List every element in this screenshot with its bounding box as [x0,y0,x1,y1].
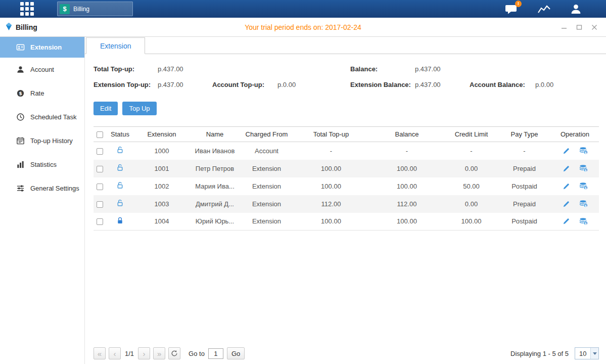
edit-pencil-icon[interactable] [563,165,570,172]
header-operation: Operation [551,127,599,142]
header-balance: Balance [369,127,445,142]
row-checkbox[interactable] [97,148,103,155]
table-row: 1003 Дмитрий Д... Extension 112.00 112.0… [94,195,599,213]
extension-balance-value: p.437.00 [415,81,470,88]
sidebar-item-general-settings[interactable]: General Settings [0,176,84,200]
topup-coins-icon[interactable]: $ [579,182,588,190]
window-title: Billing [16,23,37,31]
chevron-down-icon [590,348,598,359]
topup-coins-icon[interactable]: $ [579,164,588,172]
sidebar-item-topup-history[interactable]: Top-up History [0,129,84,153]
notification-badge: ! [515,1,522,7]
tab-extension[interactable]: Extension [86,37,145,54]
cell-pay-type: Prepaid [498,160,551,177]
cell-charged-from: Extension [240,177,293,195]
billing-app-icon [5,23,13,32]
cell-extension: 1001 [134,160,190,177]
extension-table: Status Extension Name Charged From Total… [94,126,599,231]
row-checkbox[interactable] [97,201,103,208]
resource-monitor-icon[interactable] [537,4,551,14]
sidebar-item-label: Extension [30,43,62,51]
refresh-button[interactable] [168,347,180,359]
billing-app-window: $ Billing ! Billing Your trial period en… [0,0,606,364]
cell-name: Дмитрий Д... [190,195,240,213]
topup-coins-icon[interactable]: $ [579,147,588,155]
sidebar-item-extension[interactable]: Extension [0,37,84,58]
cell-extension: 1003 [134,195,190,213]
cell-extension: 1002 [134,177,190,195]
pagination-bar: « ‹ 1/1 › » Go to Go Displaying 1 - 5 of… [94,347,599,359]
edit-pencil-icon[interactable] [563,200,570,208]
edit-pencil-icon[interactable] [563,183,570,190]
edit-pencil-icon[interactable] [563,147,570,155]
apps-grid-icon[interactable] [20,2,34,16]
cell-credit-limit: 50.00 [445,177,498,195]
main-panel: Extension Total Top-up: p.437.00 Balance… [85,37,606,364]
notifications-chat-icon[interactable]: ! [505,4,518,15]
first-page-button[interactable]: « [94,347,106,359]
cell-balance: 100.00 [369,160,445,177]
header-pay-type: Pay Type [498,127,551,142]
desktop-topbar: $ Billing ! [0,0,606,18]
cell-pay-type: Postpaid [498,177,551,195]
sidebar-item-statistics[interactable]: Statistics [0,153,84,176]
taskbar-tab-label: Billing [73,6,89,13]
sidebar-item-label: Statistics [30,161,57,168]
account-balance-label: Account Balance: [470,81,535,88]
go-button[interactable]: Go [227,347,245,359]
cell-name: Иван Иванов [190,142,240,160]
row-checkbox[interactable] [97,166,103,172]
topup-button[interactable]: Top Up [122,102,156,115]
cell-credit-limit: 0.00 [445,195,498,213]
extension-topup-label: Extension Top-up: [94,81,158,88]
cell-name: Мария Ива... [190,177,240,195]
window-titlebar: Billing Your trial period ends on: 2017-… [0,18,606,37]
table-row: 1001 Петр Петров Extension 100.00 100.00… [94,160,599,177]
cell-credit-limit: 0.00 [445,160,498,177]
status-locked-icon[interactable] [116,218,124,226]
status-unlocked-icon[interactable] [116,165,124,173]
minimize-icon[interactable] [561,24,568,31]
billing-sidebar: Extension Account $ Rate Scheduled Task … [0,37,85,364]
svg-text:$: $ [584,204,586,207]
maximize-icon[interactable] [576,24,583,31]
status-unlocked-icon[interactable] [116,201,124,208]
sliders-icon [16,184,25,193]
table-row: 1004 Юрий Юрь... Extension 100.00 100.00… [94,213,599,231]
goto-page-input[interactable] [208,348,223,359]
status-unlocked-icon[interactable] [116,183,124,191]
balance-value: p.437.00 [415,65,470,73]
svg-text:$: $ [19,90,22,96]
edit-button[interactable]: Edit [94,102,118,115]
prev-page-button[interactable]: ‹ [109,347,121,359]
sidebar-item-rate[interactable]: $ Rate [0,81,84,105]
svg-text:$: $ [584,168,586,172]
sidebar-item-scheduled-task[interactable]: Scheduled Task [0,105,84,129]
total-topup-label: Total Top-up: [94,65,158,73]
header-status: Status [106,127,134,142]
sidebar-item-label: Account [30,66,54,73]
person-icon [16,65,25,74]
taskbar-billing-tab[interactable]: $ Billing [57,2,133,16]
svg-text:$: $ [584,151,586,154]
cell-balance: 112.00 [369,195,445,213]
row-checkbox[interactable] [97,218,103,225]
sidebar-item-account[interactable]: Account [0,58,84,81]
status-unlocked-icon[interactable] [116,148,124,155]
close-icon[interactable] [591,24,598,31]
topup-coins-icon[interactable]: $ [579,200,588,208]
edit-pencil-icon[interactable] [563,217,570,225]
header-charged-from: Charged From [240,127,293,142]
last-page-button[interactable]: » [153,347,165,359]
goto-label: Go to [189,350,205,357]
user-account-icon[interactable] [570,3,582,15]
next-page-button[interactable]: › [138,347,150,359]
sidebar-item-label: General Settings [30,185,79,192]
select-all-checkbox[interactable] [97,131,103,138]
topup-coins-icon[interactable]: $ [579,217,588,225]
table-row: 1000 Иван Иванов Account - - - - $ [94,142,599,160]
page-size-select[interactable]: 10 [575,347,599,359]
row-checkbox[interactable] [97,184,103,190]
extension-topup-value: p.437.00 [158,81,212,88]
cell-balance: 100.00 [369,177,445,195]
